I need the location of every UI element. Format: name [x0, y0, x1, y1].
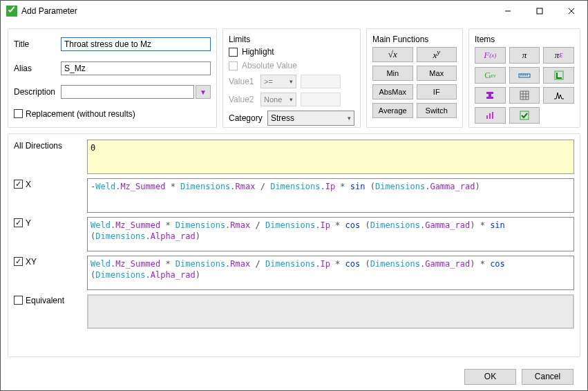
replacement-label: Replacement (without results)	[26, 109, 135, 119]
bar-item-icon[interactable]	[475, 107, 506, 124]
l-item-icon[interactable]	[543, 67, 574, 84]
limits-title: Limits	[229, 35, 354, 44]
absmax-button[interactable]: AbsMax	[372, 84, 413, 99]
formulas-panel: All Directions 0 X -Weld.Mz_Summed * Dim…	[8, 133, 580, 357]
min-button[interactable]: Min	[372, 66, 413, 81]
titlebar: Add Parameter	[1, 1, 587, 21]
info-panel: Title Alias Description ▼ Replacement (w…	[8, 28, 217, 128]
absolute-label: Absolute Value	[242, 61, 297, 70]
description-label: Description	[14, 87, 55, 97]
alias-input[interactable]	[61, 61, 211, 75]
sqrt-button[interactable]: √x	[372, 47, 413, 62]
if-button[interactable]: IF	[417, 84, 457, 99]
y-formula[interactable]: Weld.Mz_Summed * Dimensions.Rmax / Dimen…	[87, 217, 574, 251]
all-directions-formula[interactable]: 0	[87, 140, 574, 174]
value2-input	[301, 93, 341, 106]
svg-rect-15	[486, 115, 488, 119]
svg-rect-17	[492, 112, 493, 119]
pi-item-icon[interactable]: π	[509, 47, 540, 64]
value2-label: Value2	[229, 95, 256, 104]
value2-op-select: None▾	[260, 93, 296, 106]
close-button[interactable]	[556, 1, 587, 21]
functions-panel: Main Functions √x xy Min Max AbsMax IF A…	[366, 28, 463, 128]
average-button[interactable]: Average	[372, 103, 413, 118]
absolute-checkbox	[229, 61, 238, 70]
ibeam-item-icon[interactable]	[475, 87, 506, 104]
description-input[interactable]	[61, 85, 194, 99]
functions-title: Main Functions	[372, 35, 457, 44]
svg-rect-4	[519, 74, 530, 77]
category-label: Category	[229, 113, 263, 123]
value1-op-select: >=▾	[260, 75, 296, 88]
svg-rect-1	[537, 8, 542, 14]
fx-item-icon[interactable]: F(x)	[475, 47, 506, 64]
value1-label: Value1	[229, 77, 256, 86]
all-directions-label: All Directions	[14, 141, 62, 151]
sigma-item-icon[interactable]: Gεν	[475, 67, 506, 84]
max-button[interactable]: Max	[417, 66, 457, 81]
cancel-button[interactable]: Cancel	[522, 369, 573, 385]
ok-button[interactable]: OK	[464, 369, 516, 385]
xy-formula[interactable]: Weld.Mz_Summed * Dimensions.Rmax / Dimen…	[87, 256, 574, 290]
items-title: Items	[475, 35, 574, 44]
title-label: Title	[14, 39, 55, 49]
description-expand-button[interactable]: ▼	[196, 85, 211, 99]
category-select[interactable]: Stress▾	[267, 111, 354, 126]
grid-item-icon[interactable]	[509, 87, 540, 104]
svg-rect-16	[489, 113, 491, 119]
replacement-checkbox[interactable]	[14, 109, 23, 118]
x-formula[interactable]: -Weld.Mz_Summed * Dimensions.Rmax / Dime…	[87, 178, 574, 213]
ruler-item-icon[interactable]	[509, 67, 540, 84]
equivalent-label: Equivalent	[26, 296, 64, 305]
x-checkbox[interactable]	[14, 180, 23, 189]
maximize-button[interactable]	[524, 1, 556, 21]
equivalent-formula	[87, 294, 574, 329]
pie-item-icon[interactable]: πE	[543, 47, 574, 64]
value1-input	[301, 75, 341, 88]
items-panel: Items F(x) π πE Gεν	[468, 28, 580, 128]
y-label: Y	[26, 218, 31, 228]
highlight-checkbox[interactable]	[229, 48, 238, 57]
limits-panel: Limits Highlight Absolute Value Value1 >…	[222, 28, 361, 128]
peak-item-icon[interactable]	[543, 87, 574, 104]
alias-label: Alias	[14, 64, 55, 73]
app-icon	[6, 6, 17, 17]
power-button[interactable]: xy	[417, 47, 457, 62]
highlight-label: Highlight	[242, 47, 274, 57]
xy-checkbox[interactable]	[14, 257, 23, 266]
window-title: Add Parameter	[21, 6, 492, 16]
x-label: X	[26, 180, 31, 189]
xy-label: XY	[26, 257, 37, 267]
svg-rect-10	[520, 91, 529, 99]
equivalent-checkbox[interactable]	[14, 296, 23, 305]
switch-button[interactable]: Switch	[417, 103, 457, 118]
svg-rect-18	[520, 111, 529, 120]
minimize-button[interactable]	[492, 1, 524, 21]
y-checkbox[interactable]	[14, 218, 23, 227]
check-item-icon[interactable]	[509, 107, 540, 124]
title-input[interactable]	[61, 37, 211, 51]
